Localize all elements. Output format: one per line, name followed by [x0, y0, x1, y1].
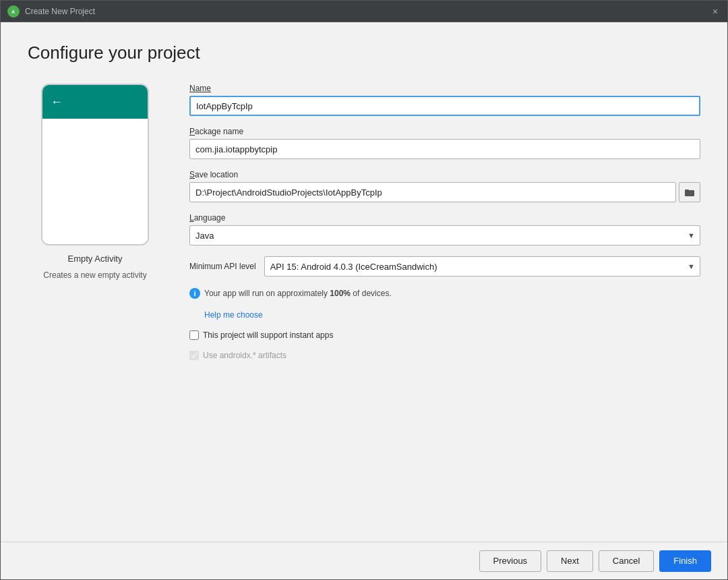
instant-apps-row: This project will support instant apps — [189, 330, 700, 340]
name-input[interactable] — [189, 96, 700, 116]
main-window: A Create New Project × Configure your pr… — [0, 0, 728, 580]
api-row: Minimum API level API 15: Android 4.0.3 … — [189, 256, 700, 277]
titlebar: A Create New Project × — [1, 1, 727, 22]
page-title: Configure your project — [28, 42, 700, 63]
name-group: Name — [189, 84, 700, 116]
footer: Previous Next Cancel Finish — [1, 542, 727, 579]
save-location-group: Save location — [189, 170, 700, 202]
help-link[interactable]: Help me choose — [204, 310, 700, 320]
main-content: Configure your project ← Empty Activity … — [1, 22, 727, 542]
svg-text:A: A — [11, 9, 15, 14]
name-label: Name — [189, 84, 700, 93]
close-button[interactable]: × — [710, 6, 721, 17]
androidx-row: Use androidx.* artifacts — [189, 351, 700, 360]
app-icon: A — [7, 5, 20, 18]
package-input[interactable] — [189, 139, 700, 159]
language-select[interactable]: Java Kotlin — [189, 225, 700, 245]
back-arrow-icon: ← — [51, 95, 63, 109]
min-api-select[interactable]: API 15: Android 4.0.3 (IceCreamSandwich)… — [264, 256, 700, 277]
language-group: Language Java Kotlin ▼ — [189, 213, 700, 245]
package-group: Package name — [189, 127, 700, 159]
min-api-label: Minimum API level — [189, 262, 256, 271]
content-area: Configure your project ← Empty Activity … — [1, 22, 727, 579]
phone-header: ← — [42, 85, 148, 119]
previous-button[interactable]: Previous — [479, 550, 542, 572]
next-button[interactable]: Next — [547, 550, 593, 572]
browse-button[interactable] — [679, 182, 700, 202]
save-location-label: Save location — [189, 170, 700, 179]
info-text: i Your app will run on approximately 100… — [189, 287, 700, 299]
two-column-layout: ← Empty Activity Creates a new empty act… — [28, 84, 700, 521]
instant-apps-checkbox[interactable] — [189, 330, 199, 340]
info-icon: i — [189, 288, 200, 299]
cancel-button[interactable]: Cancel — [599, 550, 654, 572]
activity-description: Creates a new empty activity — [43, 270, 146, 280]
run-percent: 100% — [330, 289, 351, 298]
androidx-label: Use androidx.* artifacts — [203, 351, 286, 360]
package-label: Package name — [189, 127, 700, 136]
window-title: Create New Project — [25, 7, 704, 16]
run-text-suffix: of devices. — [351, 289, 392, 298]
finish-button[interactable]: Finish — [659, 550, 711, 572]
phone-preview: ← — [41, 84, 149, 245]
left-column: ← Empty Activity Creates a new empty act… — [28, 84, 162, 521]
instant-apps-label: This project will support instant apps — [203, 330, 333, 340]
api-select-wrapper: API 15: Android 4.0.3 (IceCreamSandwich)… — [264, 256, 700, 277]
language-select-wrapper: Java Kotlin ▼ — [189, 225, 700, 245]
save-location-input[interactable] — [189, 182, 676, 202]
right-column: Name Package name Save loc — [189, 84, 700, 521]
language-label: Language — [189, 213, 700, 223]
androidx-checkbox — [189, 351, 199, 360]
svg-rect-3 — [685, 190, 689, 192]
activity-label: Empty Activity — [68, 254, 123, 264]
save-location-row — [189, 182, 700, 202]
phone-body — [42, 119, 148, 244]
run-text-prefix: Your app will run on approximately — [204, 289, 330, 298]
